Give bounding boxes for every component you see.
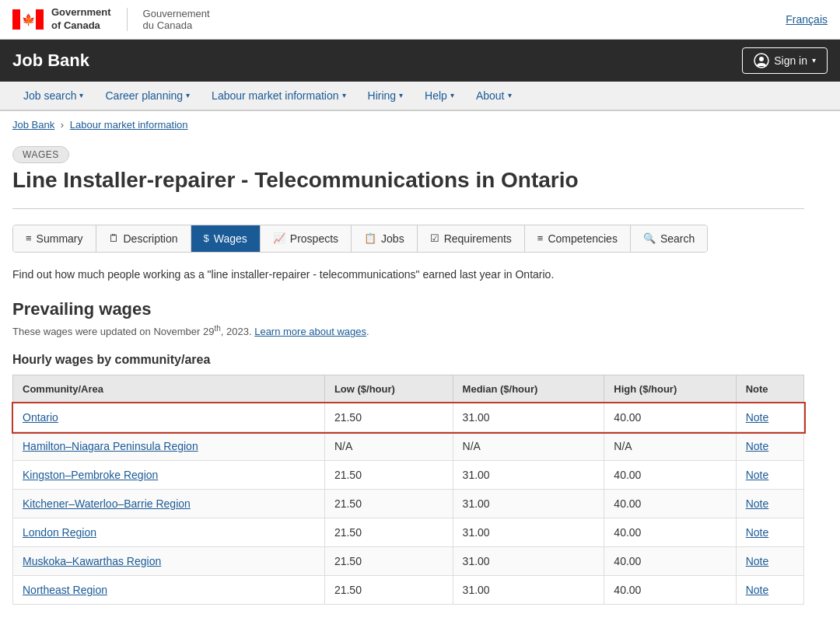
search-icon: 🔍 bbox=[643, 232, 656, 244]
svg-text:🍁: 🍁 bbox=[22, 13, 36, 26]
account-icon bbox=[754, 53, 769, 68]
cell-note[interactable]: Note bbox=[736, 432, 803, 461]
col-median: Median ($/hour) bbox=[453, 375, 604, 403]
tab-summary[interactable]: ≡ Summary bbox=[13, 225, 96, 252]
signin-button[interactable]: Sign in ▾ bbox=[742, 47, 828, 74]
tab-jobs[interactable]: 📋 Jobs bbox=[352, 225, 418, 252]
nav-chevron-icon: ▾ bbox=[79, 91, 83, 99]
gov-bar: 🍁 Government of Canada Gouvernementdu Ca… bbox=[0, 0, 840, 40]
nav-item-lmi[interactable]: Labour market information ▾ bbox=[201, 82, 356, 110]
gov-separator bbox=[127, 8, 128, 31]
cell-median: 31.00 bbox=[453, 403, 604, 432]
nav-chevron-icon: ▾ bbox=[450, 91, 454, 99]
nav-item-hiring[interactable]: Hiring ▾ bbox=[357, 82, 415, 110]
breadcrumb-home-link[interactable]: Job Bank bbox=[12, 119, 54, 131]
update-text: These wages were updated on November 29t… bbox=[12, 324, 804, 337]
learn-more-link[interactable]: Learn more about wages bbox=[254, 326, 366, 337]
cell-area[interactable]: Muskoka–Kawarthas Region bbox=[13, 547, 325, 576]
cell-low: 21.50 bbox=[324, 547, 453, 576]
cell-high: 40.00 bbox=[604, 403, 736, 432]
tab-prospects[interactable]: 📈 Prospects bbox=[261, 225, 352, 252]
cell-high: 40.00 bbox=[604, 547, 736, 576]
wages-table: Community/Area Low ($/hour) Median ($/ho… bbox=[12, 375, 804, 605]
page-title: Line Installer-repairer - Telecommunicat… bbox=[12, 168, 804, 193]
table-header-row: Community/Area Low ($/hour) Median ($/ho… bbox=[13, 375, 804, 403]
gov-name-en: Government of Canada bbox=[51, 6, 111, 33]
cell-note[interactable]: Note bbox=[736, 576, 803, 605]
table-row: Northeast Region21.5031.0040.00Note bbox=[13, 576, 804, 605]
table-row: Ontario21.5031.0040.00Note bbox=[13, 403, 804, 432]
cell-high: 40.00 bbox=[604, 518, 736, 547]
cell-median: 31.00 bbox=[453, 547, 604, 576]
nav-item-about[interactable]: About ▾ bbox=[465, 82, 523, 110]
gov-name-fr: Gouvernementdu Canada bbox=[143, 8, 210, 31]
col-note: Note bbox=[736, 375, 803, 403]
nav-item-help[interactable]: Help ▾ bbox=[414, 82, 465, 110]
tab-description[interactable]: 🗒 Description bbox=[96, 225, 191, 252]
cell-note[interactable]: Note bbox=[736, 461, 803, 490]
cell-low: N/A bbox=[324, 432, 453, 461]
cell-median: 31.00 bbox=[453, 461, 604, 490]
breadcrumb-separator: › bbox=[61, 119, 67, 131]
svg-point-5 bbox=[759, 57, 764, 61]
cell-note[interactable]: Note bbox=[736, 490, 803, 518]
breadcrumb: Job Bank › Labour market information bbox=[0, 111, 840, 138]
canada-flag-icon: 🍁 bbox=[12, 9, 44, 30]
breadcrumb-current-link[interactable]: Labour market information bbox=[70, 119, 188, 131]
cell-area[interactable]: London Region bbox=[13, 518, 325, 547]
wages-badge: WAGES bbox=[12, 146, 69, 163]
cell-area[interactable]: Ontario bbox=[13, 403, 325, 432]
francais-link[interactable]: Français bbox=[786, 13, 828, 26]
table-row: Kingston–Pembroke Region21.5031.0040.00N… bbox=[13, 461, 804, 490]
clipboard-icon: 📋 bbox=[364, 232, 376, 244]
check-icon: ☑ bbox=[430, 232, 439, 244]
cell-median: 31.00 bbox=[453, 576, 604, 605]
update-sup: th bbox=[214, 324, 220, 333]
nav-chevron-icon: ▾ bbox=[186, 91, 190, 99]
jobbank-header: Job Bank Sign in ▾ bbox=[0, 40, 840, 82]
col-area: Community/Area bbox=[13, 375, 325, 403]
col-high: High ($/hour) bbox=[604, 375, 736, 403]
svg-rect-2 bbox=[36, 9, 44, 30]
cell-median: 31.00 bbox=[453, 518, 604, 547]
nav-chevron-icon: ▾ bbox=[508, 91, 512, 99]
tab-bar: ≡ Summary 🗒 Description $ Wages 📈 Prospe… bbox=[12, 225, 708, 253]
table-row: Muskoka–Kawarthas Region21.5031.0040.00N… bbox=[13, 547, 804, 576]
table-row: Kitchener–Waterloo–Barrie Region21.5031.… bbox=[13, 490, 804, 518]
competencies-icon: ≡ bbox=[537, 232, 544, 244]
nav-item-career-planning[interactable]: Career planning ▾ bbox=[94, 82, 201, 110]
nav-chevron-icon: ▾ bbox=[399, 91, 403, 99]
cell-high: 40.00 bbox=[604, 576, 736, 605]
chart-icon: 📈 bbox=[273, 232, 285, 244]
cell-low: 21.50 bbox=[324, 461, 453, 490]
cell-note[interactable]: Note bbox=[736, 403, 803, 432]
main-content: WAGES Line Installer-repairer - Telecomm… bbox=[0, 138, 817, 628]
description-text: Find out how much people working as a "l… bbox=[12, 268, 804, 281]
cell-high: 40.00 bbox=[604, 461, 736, 490]
cell-low: 21.50 bbox=[324, 576, 453, 605]
signin-label: Sign in bbox=[774, 54, 807, 67]
signin-chevron-icon: ▾ bbox=[812, 56, 816, 65]
tab-wages[interactable]: $ Wages bbox=[191, 225, 261, 252]
description-icon: 🗒 bbox=[109, 232, 119, 244]
nav-bar: Job search ▾ Career planning ▾ Labour ma… bbox=[0, 82, 840, 111]
list-icon: ≡ bbox=[26, 232, 32, 244]
tab-search[interactable]: 🔍 Search bbox=[631, 225, 707, 252]
jobbank-title: Job Bank bbox=[12, 51, 89, 71]
cell-area[interactable]: Hamilton–Niagara Peninsula Region bbox=[13, 432, 325, 461]
cell-area[interactable]: Kingston–Pembroke Region bbox=[13, 461, 325, 490]
prevailing-wages-title: Prevailing wages bbox=[12, 299, 804, 319]
cell-note[interactable]: Note bbox=[736, 518, 803, 547]
table-title: Hourly wages by community/area bbox=[12, 353, 804, 367]
tab-competencies[interactable]: ≡ Competencies bbox=[525, 225, 631, 252]
dollar-icon: $ bbox=[204, 232, 209, 244]
cell-median: N/A bbox=[453, 432, 604, 461]
nav-item-job-search[interactable]: Job search ▾ bbox=[12, 82, 94, 110]
cell-low: 21.50 bbox=[324, 490, 453, 518]
cell-low: 21.50 bbox=[324, 403, 453, 432]
tab-requirements[interactable]: ☑ Requirements bbox=[418, 225, 525, 252]
cell-area[interactable]: Northeast Region bbox=[13, 576, 325, 605]
col-low: Low ($/hour) bbox=[324, 375, 453, 403]
cell-area[interactable]: Kitchener–Waterloo–Barrie Region bbox=[13, 490, 325, 518]
cell-note[interactable]: Note bbox=[736, 547, 803, 576]
